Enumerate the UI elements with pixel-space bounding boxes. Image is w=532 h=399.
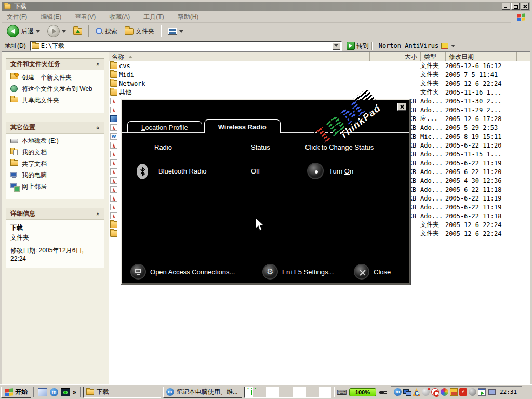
address-dropdown-button[interactable]	[332, 42, 340, 50]
image-viewer-tray-icon[interactable]	[413, 388, 420, 396]
task-button-wireless[interactable]	[244, 387, 331, 398]
menu-favorites[interactable]: 收藏(A)	[109, 12, 130, 21]
taskbar-clock[interactable]: 22:31	[497, 389, 519, 395]
back-dropdown-icon[interactable]	[36, 30, 40, 35]
start-button[interactable]: 开始	[1, 387, 31, 398]
views-dropdown-icon[interactable]	[179, 30, 183, 35]
battery-meter[interactable]: 100%	[349, 388, 376, 396]
window-titlebar[interactable]: 下载	[2, 2, 530, 11]
window-title: 下载	[14, 2, 26, 11]
tab-location-profile[interactable]: Location Profile	[127, 121, 202, 133]
radio-column-label: Radio	[154, 143, 172, 151]
norton-dropdown-icon[interactable]	[451, 45, 455, 49]
task-new-folder[interactable]: 创建一个新文件夹	[10, 74, 101, 82]
address-label: 地址(D)	[3, 42, 30, 50]
file-date: 2005-5-29 2:53	[443, 124, 515, 131]
menu-file[interactable]: 文件(F)	[7, 12, 27, 21]
file-date: 2005-4-30 12:36	[443, 177, 515, 184]
place-my-documents[interactable]: 我的文档	[10, 149, 101, 156]
pinwheel-icon[interactable]	[441, 388, 448, 396]
menu-view[interactable]: 查看(V)	[75, 12, 96, 21]
quick-launch-more-chevron[interactable]: »	[73, 389, 76, 396]
network-computers-icon[interactable]	[403, 388, 411, 396]
file-date: 2005-7-5 11:41	[443, 71, 515, 78]
local-disk-icon	[10, 139, 18, 143]
go-button[interactable]: 转到	[345, 41, 370, 51]
place-my-computer[interactable]: 我的电脑	[10, 171, 101, 179]
taskbar-separator	[334, 387, 335, 397]
pdf-file-icon	[110, 159, 117, 166]
task-button-download[interactable]: 下载	[83, 387, 161, 398]
dialog-close-button[interactable]: Close	[354, 264, 391, 280]
media-player-icon[interactable]	[478, 388, 486, 396]
views-button[interactable]	[166, 26, 185, 36]
file-name[interactable]: Midi	[119, 71, 368, 78]
open-access-connections-button[interactable]: Open Access Connections...	[130, 264, 235, 280]
back-button[interactable]: 后退	[5, 24, 42, 38]
file-row[interactable]: 其他文件夹2005-11-16 1...	[109, 88, 530, 97]
image-viewer-icon[interactable]	[61, 388, 70, 396]
messenger-icon[interactable]	[450, 388, 458, 396]
display-icon[interactable]	[487, 388, 495, 396]
pdf-file-icon	[110, 177, 117, 184]
file-name[interactable]: cvs	[119, 62, 368, 70]
turn-on-label[interactable]: Turn On	[329, 167, 353, 175]
gray-ball-icon[interactable]	[469, 388, 476, 396]
task-share-folder[interactable]: 共享此文件夹	[10, 97, 101, 104]
other-places-header[interactable]: 其它位置 «	[6, 122, 104, 134]
gear-icon: ⚙	[262, 264, 278, 280]
file-name[interactable]: Network	[119, 80, 368, 87]
up-button[interactable]	[71, 27, 84, 36]
menu-tools[interactable]: 工具(T)	[143, 12, 164, 21]
file-type: Ado...	[418, 195, 443, 202]
column-type[interactable]: 类型	[421, 52, 446, 61]
place-local-disk[interactable]: 本地磁盘 (E:)	[10, 137, 101, 145]
close-button[interactable]	[521, 3, 529, 10]
pdf-file-icon	[110, 107, 117, 113]
address-input[interactable]: E:\下载	[30, 41, 342, 51]
minimize-button[interactable]	[502, 3, 510, 10]
tab-wireless-radio[interactable]: Wireless Radio	[204, 119, 281, 133]
task-button-browser[interactable]: 笔记本电脑使用、维...	[163, 387, 242, 398]
place-network[interactable]: 网上邻居	[10, 183, 101, 191]
collapse-chevron-icon[interactable]: «	[95, 62, 101, 65]
norton-antivirus-band[interactable]: Norton AntiVirus	[379, 42, 456, 49]
file-row[interactable]: cvs文件夹2005-12-6 16:12	[109, 61, 530, 70]
forward-dropdown-icon[interactable]	[62, 30, 66, 35]
dialog-close-icon[interactable]	[397, 103, 406, 111]
download-manager-icon[interactable]	[431, 388, 439, 396]
column-name[interactable]: 名称	[109, 52, 370, 61]
menu-edit[interactable]: 编辑(E)	[41, 12, 61, 21]
collapse-chevron-icon[interactable]: «	[95, 212, 101, 215]
file-type: 文件夹	[418, 70, 443, 79]
column-size[interactable]: 大小	[370, 52, 421, 61]
maxthon-tray-icon[interactable]	[394, 388, 402, 396]
wireless-antenna-icon	[247, 388, 256, 396]
file-tasks-header[interactable]: 文件和文件夹任务 «	[6, 59, 104, 70]
turn-on-button[interactable]	[307, 163, 324, 179]
column-date[interactable]: 修改日期	[446, 52, 517, 61]
file-tasks-card: 文件和文件夹任务 « 创建一个新文件夹 将这个文件夹发布到 Web 共享此文件夹	[6, 58, 104, 113]
place-shared-documents[interactable]: 共享文档	[10, 160, 101, 168]
forward-button[interactable]	[45, 24, 68, 38]
folders-button[interactable]: 文件夹	[123, 26, 156, 37]
new-folder-icon	[10, 74, 18, 79]
search-button[interactable]: 搜索	[94, 26, 119, 37]
forward-icon	[47, 25, 60, 37]
collapse-chevron-icon[interactable]: «	[95, 126, 101, 129]
file-row[interactable]: Network文件夹2005-12-6 22:24	[109, 79, 530, 88]
restore-button[interactable]	[511, 3, 520, 10]
task-publish-web[interactable]: 将这个文件夹发布到 Web	[10, 85, 101, 93]
maxthon-browser-icon[interactable]	[50, 388, 58, 396]
file-row[interactable]: Midi文件夹2005-7-5 11:41	[109, 70, 530, 79]
input-method-keyboard-icon[interactable]: ⌨	[337, 388, 347, 396]
fnf5-settings-button[interactable]: ⚙ Fn+F5 Settings...	[262, 264, 334, 280]
muted-device-icon[interactable]	[422, 388, 430, 396]
details-header[interactable]: 详细信息 «	[6, 208, 104, 220]
file-type: 应...	[418, 114, 443, 123]
menu-help[interactable]: 帮助(H)	[178, 12, 199, 21]
address-bar: 地址(D) E:\下载 转到 Norton AntiVirus	[2, 40, 530, 52]
lightning-icon[interactable]	[459, 388, 467, 396]
show-desktop-icon[interactable]	[38, 388, 47, 396]
file-name[interactable]: 其他	[119, 88, 368, 97]
